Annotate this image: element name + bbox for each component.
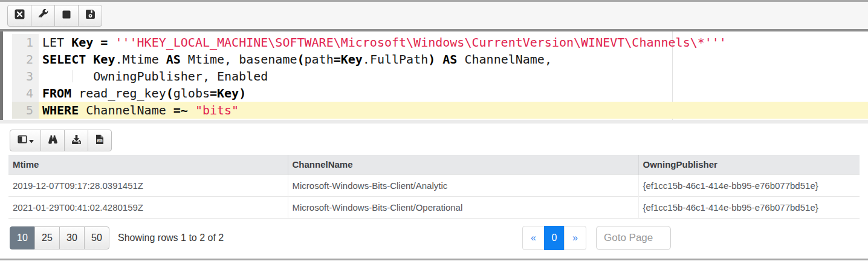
wrench-icon [38, 9, 48, 22]
code-line-1[interactable]: 1LET Key = '''HKEY_LOCAL_MACHINE\SOFTWAR… [0, 34, 868, 51]
close-cell-button[interactable] [7, 5, 31, 27]
stop-icon [62, 10, 71, 22]
table-cell: {ef1cc15b-46c1-414e-bb95-e76b077bd51e} [638, 196, 860, 218]
window-bottom-edge [0, 259, 868, 260]
download-icon [71, 134, 82, 147]
code-lines: 1LET Key = '''HKEY_LOCAL_MACHINE\SOFTWAR… [0, 34, 868, 119]
table-row[interactable]: 2021-01-29T00:41:02.4280159ZMicrosoft-Wi… [8, 196, 860, 218]
next-page-button[interactable]: » [564, 226, 586, 250]
results-toolbar: CSV [10, 130, 868, 151]
page-size-group: 10253050 [10, 226, 109, 249]
results-table: MtimeChannelNameOwningPublisher 2019-12-… [8, 155, 860, 219]
code-line-2[interactable]: 2SELECT Key.Mtime AS Mtime, basename(pat… [0, 51, 868, 68]
csv-file-icon-button[interactable]: CSV [88, 130, 112, 151]
page-size-button-50[interactable]: 50 [84, 226, 109, 249]
binoculars-icon [48, 134, 58, 147]
svg-text:CSV: CSV [98, 140, 103, 142]
search-rows-button[interactable] [40, 130, 65, 151]
table-cell: 2019-12-07T09:17:28.0391451Z [8, 174, 288, 196]
column-header-channelname[interactable]: ChannelName [288, 155, 638, 174]
current-page-button[interactable]: 0 [544, 226, 565, 250]
code-text: WHERE ChannelName =~ "bits" [39, 102, 868, 119]
table-cell: Microsoft-Windows-Bits-Client/Operationa… [288, 196, 638, 218]
row-count-status: Showing rows 1 to 2 of 2 [118, 233, 224, 243]
download-json-button[interactable] [64, 130, 88, 151]
column-selector-button[interactable] [10, 130, 41, 151]
stop-calculation-button[interactable] [54, 5, 79, 27]
code-text: SELECT Key.Mtime AS Mtime, basename(path… [39, 51, 868, 68]
table-row[interactable]: 2019-12-07T09:17:28.0391451ZMicrosoft-Wi… [8, 174, 860, 196]
table-header-row: MtimeChannelNameOwningPublisher [8, 155, 860, 174]
line-number: 5 [12, 102, 39, 119]
goto-page-input[interactable] [596, 226, 671, 250]
prev-page-button[interactable]: « [522, 226, 545, 250]
line-number: 3 [12, 68, 39, 85]
code-text: LET Key = '''HKEY_LOCAL_MACHINE\SOFTWARE… [39, 34, 868, 51]
table-cell: Microsoft-Windows-Bits-Client/Analytic [288, 174, 638, 196]
page-nav-group: « 0 » [522, 226, 586, 250]
editor-bottom-strip [0, 120, 868, 124]
results-toolbar-button-group: CSV [10, 130, 112, 151]
page-size-button-25[interactable]: 25 [34, 226, 60, 249]
floppy-save-icon [85, 9, 96, 22]
table-cell: {ef1cc15b-46c1-414e-bb95-e76b077bd51e} [638, 174, 860, 196]
code-text: OwningPublisher, Enabled [39, 68, 868, 85]
cell-toolbar [0, 2, 868, 29]
line-number: 4 [12, 85, 39, 102]
square-xmark-icon [15, 9, 25, 22]
table-body: 2019-12-07T09:17:28.0391451ZMicrosoft-Wi… [8, 174, 860, 218]
cell-toolbar-button-group [7, 5, 102, 27]
code-line-5[interactable]: 5WHERE ChannelName =~ "bits" [0, 102, 868, 119]
configure-cell-button[interactable] [31, 5, 55, 27]
pagination-bar: 10253050 Showing rows 1 to 2 of 2 « 0 » [10, 226, 860, 250]
column-header-owningpublisher[interactable]: OwningPublisher [638, 155, 860, 174]
page-size-button-30[interactable]: 30 [59, 226, 85, 249]
code-line-3[interactable]: 3 OwningPublisher, Enabled [0, 68, 868, 85]
table-cell: 2021-01-29T00:41:02.4280159Z [8, 196, 288, 218]
code-text: FROM read_reg_key(globs=Key) [39, 85, 868, 102]
vql-code-editor[interactable]: 1LET Key = '''HKEY_LOCAL_MACHINE\SOFTWAR… [0, 31, 868, 120]
table-columns-icon [18, 134, 27, 147]
page-size-button-10[interactable]: 10 [10, 226, 35, 249]
line-number: 1 [12, 34, 39, 51]
line-number: 2 [12, 51, 39, 68]
save-cell-button[interactable] [78, 5, 102, 27]
code-line-4[interactable]: 4FROM read_reg_key(globs=Key) [0, 85, 868, 102]
caret-down-icon [29, 135, 34, 146]
column-header-mtime[interactable]: Mtime [8, 155, 288, 174]
csv-file-icon: CSV [96, 134, 104, 147]
